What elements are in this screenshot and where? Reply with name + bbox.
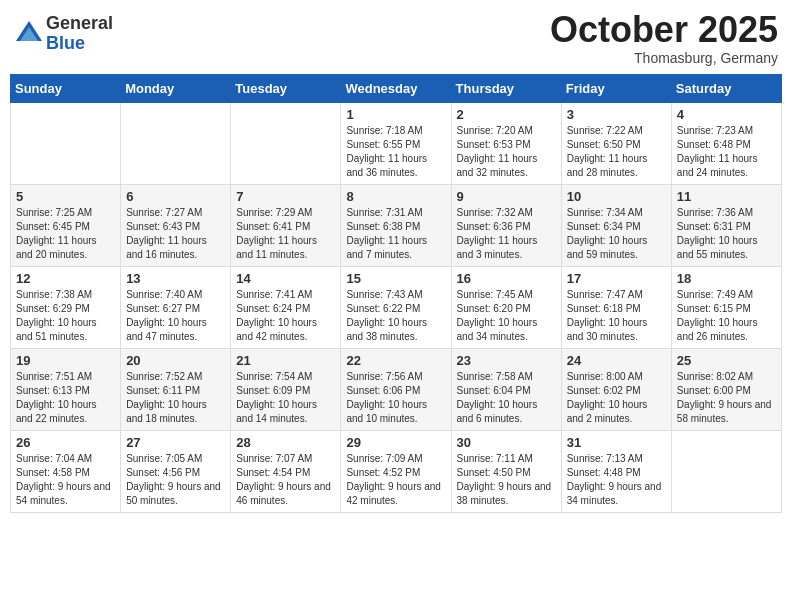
day-header: Saturday: [671, 74, 781, 102]
day-info: Sunrise: 7:20 AM Sunset: 6:53 PM Dayligh…: [457, 124, 556, 180]
day-number: 22: [346, 353, 445, 368]
day-number: 14: [236, 271, 335, 286]
day-number: 17: [567, 271, 666, 286]
day-number: 4: [677, 107, 776, 122]
calendar-cell: 18Sunrise: 7:49 AM Sunset: 6:15 PM Dayli…: [671, 266, 781, 348]
calendar-cell: 30Sunrise: 7:11 AM Sunset: 4:50 PM Dayli…: [451, 430, 561, 512]
calendar-header-row: SundayMondayTuesdayWednesdayThursdayFrid…: [11, 74, 782, 102]
calendar-cell: 23Sunrise: 7:58 AM Sunset: 6:04 PM Dayli…: [451, 348, 561, 430]
day-info: Sunrise: 7:04 AM Sunset: 4:58 PM Dayligh…: [16, 452, 115, 508]
day-info: Sunrise: 7:54 AM Sunset: 6:09 PM Dayligh…: [236, 370, 335, 426]
calendar-week-row: 5Sunrise: 7:25 AM Sunset: 6:45 PM Daylig…: [11, 184, 782, 266]
day-header: Friday: [561, 74, 671, 102]
calendar-week-row: 26Sunrise: 7:04 AM Sunset: 4:58 PM Dayli…: [11, 430, 782, 512]
day-number: 20: [126, 353, 225, 368]
month-title: October 2025: [550, 10, 778, 50]
day-number: 27: [126, 435, 225, 450]
calendar-cell: 2Sunrise: 7:20 AM Sunset: 6:53 PM Daylig…: [451, 102, 561, 184]
calendar-cell: 4Sunrise: 7:23 AM Sunset: 6:48 PM Daylig…: [671, 102, 781, 184]
day-info: Sunrise: 7:41 AM Sunset: 6:24 PM Dayligh…: [236, 288, 335, 344]
calendar-cell: 15Sunrise: 7:43 AM Sunset: 6:22 PM Dayli…: [341, 266, 451, 348]
logo-icon: [14, 19, 44, 49]
day-info: Sunrise: 7:38 AM Sunset: 6:29 PM Dayligh…: [16, 288, 115, 344]
calendar-cell: [231, 102, 341, 184]
day-info: Sunrise: 7:11 AM Sunset: 4:50 PM Dayligh…: [457, 452, 556, 508]
logo: General Blue: [14, 14, 113, 54]
day-header: Thursday: [451, 74, 561, 102]
day-number: 9: [457, 189, 556, 204]
day-info: Sunrise: 7:13 AM Sunset: 4:48 PM Dayligh…: [567, 452, 666, 508]
day-info: Sunrise: 7:40 AM Sunset: 6:27 PM Dayligh…: [126, 288, 225, 344]
day-info: Sunrise: 7:47 AM Sunset: 6:18 PM Dayligh…: [567, 288, 666, 344]
calendar-table: SundayMondayTuesdayWednesdayThursdayFrid…: [10, 74, 782, 513]
day-number: 18: [677, 271, 776, 286]
calendar-cell: 9Sunrise: 7:32 AM Sunset: 6:36 PM Daylig…: [451, 184, 561, 266]
day-number: 23: [457, 353, 556, 368]
day-info: Sunrise: 8:02 AM Sunset: 6:00 PM Dayligh…: [677, 370, 776, 426]
day-header: Monday: [121, 74, 231, 102]
location-subtitle: Thomasburg, Germany: [550, 50, 778, 66]
day-number: 24: [567, 353, 666, 368]
calendar-week-row: 12Sunrise: 7:38 AM Sunset: 6:29 PM Dayli…: [11, 266, 782, 348]
calendar-cell: 13Sunrise: 7:40 AM Sunset: 6:27 PM Dayli…: [121, 266, 231, 348]
calendar-week-row: 1Sunrise: 7:18 AM Sunset: 6:55 PM Daylig…: [11, 102, 782, 184]
day-number: 10: [567, 189, 666, 204]
calendar-cell: 20Sunrise: 7:52 AM Sunset: 6:11 PM Dayli…: [121, 348, 231, 430]
day-number: 25: [677, 353, 776, 368]
calendar-cell: 21Sunrise: 7:54 AM Sunset: 6:09 PM Dayli…: [231, 348, 341, 430]
day-number: 3: [567, 107, 666, 122]
day-info: Sunrise: 7:43 AM Sunset: 6:22 PM Dayligh…: [346, 288, 445, 344]
day-info: Sunrise: 7:05 AM Sunset: 4:56 PM Dayligh…: [126, 452, 225, 508]
calendar-cell: [121, 102, 231, 184]
calendar-cell: 8Sunrise: 7:31 AM Sunset: 6:38 PM Daylig…: [341, 184, 451, 266]
calendar-cell: 26Sunrise: 7:04 AM Sunset: 4:58 PM Dayli…: [11, 430, 121, 512]
logo-blue: Blue: [46, 34, 113, 54]
calendar-cell: 11Sunrise: 7:36 AM Sunset: 6:31 PM Dayli…: [671, 184, 781, 266]
day-number: 13: [126, 271, 225, 286]
calendar-cell: 24Sunrise: 8:00 AM Sunset: 6:02 PM Dayli…: [561, 348, 671, 430]
calendar-cell: 28Sunrise: 7:07 AM Sunset: 4:54 PM Dayli…: [231, 430, 341, 512]
day-info: Sunrise: 7:49 AM Sunset: 6:15 PM Dayligh…: [677, 288, 776, 344]
day-header: Tuesday: [231, 74, 341, 102]
calendar-cell: 27Sunrise: 7:05 AM Sunset: 4:56 PM Dayli…: [121, 430, 231, 512]
day-info: Sunrise: 7:23 AM Sunset: 6:48 PM Dayligh…: [677, 124, 776, 180]
calendar-cell: 14Sunrise: 7:41 AM Sunset: 6:24 PM Dayli…: [231, 266, 341, 348]
day-number: 26: [16, 435, 115, 450]
day-info: Sunrise: 7:18 AM Sunset: 6:55 PM Dayligh…: [346, 124, 445, 180]
day-number: 31: [567, 435, 666, 450]
day-number: 15: [346, 271, 445, 286]
calendar-cell: 16Sunrise: 7:45 AM Sunset: 6:20 PM Dayli…: [451, 266, 561, 348]
calendar-cell: 1Sunrise: 7:18 AM Sunset: 6:55 PM Daylig…: [341, 102, 451, 184]
calendar-cell: 19Sunrise: 7:51 AM Sunset: 6:13 PM Dayli…: [11, 348, 121, 430]
calendar-cell: 12Sunrise: 7:38 AM Sunset: 6:29 PM Dayli…: [11, 266, 121, 348]
calendar-cell: 25Sunrise: 8:02 AM Sunset: 6:00 PM Dayli…: [671, 348, 781, 430]
calendar-cell: [11, 102, 121, 184]
calendar-cell: 10Sunrise: 7:34 AM Sunset: 6:34 PM Dayli…: [561, 184, 671, 266]
day-info: Sunrise: 7:36 AM Sunset: 6:31 PM Dayligh…: [677, 206, 776, 262]
calendar-cell: 22Sunrise: 7:56 AM Sunset: 6:06 PM Dayli…: [341, 348, 451, 430]
day-number: 7: [236, 189, 335, 204]
day-number: 8: [346, 189, 445, 204]
day-number: 30: [457, 435, 556, 450]
day-info: Sunrise: 7:56 AM Sunset: 6:06 PM Dayligh…: [346, 370, 445, 426]
day-number: 5: [16, 189, 115, 204]
day-number: 1: [346, 107, 445, 122]
day-info: Sunrise: 7:25 AM Sunset: 6:45 PM Dayligh…: [16, 206, 115, 262]
day-info: Sunrise: 7:51 AM Sunset: 6:13 PM Dayligh…: [16, 370, 115, 426]
day-info: Sunrise: 7:07 AM Sunset: 4:54 PM Dayligh…: [236, 452, 335, 508]
day-number: 19: [16, 353, 115, 368]
calendar-cell: 29Sunrise: 7:09 AM Sunset: 4:52 PM Dayli…: [341, 430, 451, 512]
calendar-cell: 31Sunrise: 7:13 AM Sunset: 4:48 PM Dayli…: [561, 430, 671, 512]
day-info: Sunrise: 8:00 AM Sunset: 6:02 PM Dayligh…: [567, 370, 666, 426]
calendar-cell: 7Sunrise: 7:29 AM Sunset: 6:41 PM Daylig…: [231, 184, 341, 266]
calendar-cell: 5Sunrise: 7:25 AM Sunset: 6:45 PM Daylig…: [11, 184, 121, 266]
logo-general: General: [46, 14, 113, 34]
calendar-cell: [671, 430, 781, 512]
day-info: Sunrise: 7:09 AM Sunset: 4:52 PM Dayligh…: [346, 452, 445, 508]
day-number: 29: [346, 435, 445, 450]
day-number: 11: [677, 189, 776, 204]
day-info: Sunrise: 7:29 AM Sunset: 6:41 PM Dayligh…: [236, 206, 335, 262]
day-info: Sunrise: 7:52 AM Sunset: 6:11 PM Dayligh…: [126, 370, 225, 426]
calendar-cell: 17Sunrise: 7:47 AM Sunset: 6:18 PM Dayli…: [561, 266, 671, 348]
day-number: 28: [236, 435, 335, 450]
